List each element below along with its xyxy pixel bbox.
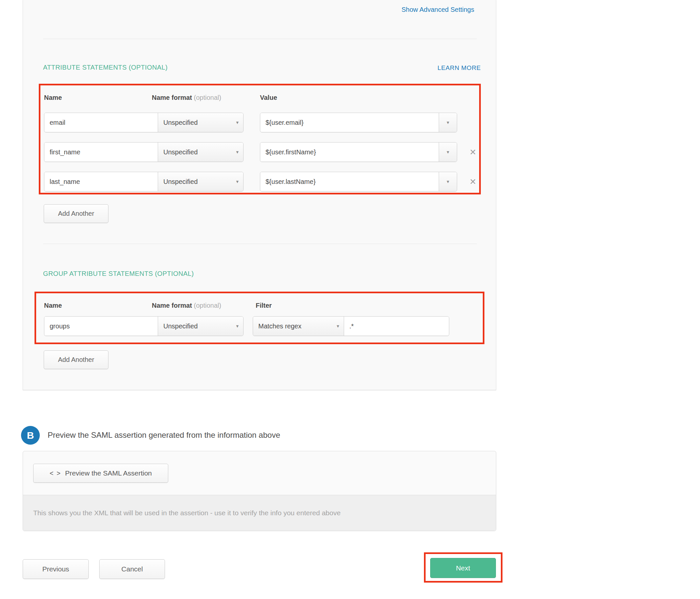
name-format-select[interactable]: Unspecified ▾ bbox=[158, 142, 243, 162]
name-format-select[interactable]: Unspecified ▾ bbox=[158, 113, 243, 132]
saml-settings-panel: Show Advanced Settings ATTRIBUTE STATEME… bbox=[23, 0, 496, 390]
attribute-value-input[interactable] bbox=[260, 172, 439, 191]
attribute-name-input[interactable] bbox=[44, 172, 158, 191]
value-group: ▾ bbox=[260, 113, 457, 132]
chevron-down-icon: ▾ bbox=[447, 120, 449, 126]
name-format-value: Unspecified bbox=[163, 119, 198, 126]
chevron-down-icon: ▾ bbox=[336, 323, 339, 329]
attribute-value-input[interactable] bbox=[260, 113, 439, 132]
group-name-input[interactable] bbox=[44, 317, 158, 336]
filter-group: Matches regex ▾ bbox=[253, 316, 449, 336]
value-dropdown-button[interactable]: ▾ bbox=[439, 172, 457, 191]
add-another-attribute-button[interactable]: Add Another bbox=[44, 204, 108, 223]
divider bbox=[43, 39, 477, 39]
close-icon: ✕ bbox=[470, 148, 477, 157]
show-advanced-settings-link[interactable]: Show Advanced Settings bbox=[402, 6, 474, 14]
attribute-row: Unspecified ▾ ▾ ✕ bbox=[44, 172, 484, 191]
attribute-name-input[interactable] bbox=[44, 142, 158, 162]
remove-row-button[interactable]: ✕ bbox=[466, 172, 480, 191]
name-format-value: Unspecified bbox=[163, 149, 198, 156]
chevron-down-icon: ▾ bbox=[236, 149, 239, 155]
close-icon: ✕ bbox=[470, 177, 477, 186]
chevron-down-icon: ▾ bbox=[447, 149, 449, 155]
preview-help-area: This shows you the XML that will be used… bbox=[23, 495, 496, 531]
name-format-select[interactable]: Unspecified ▾ bbox=[158, 317, 243, 336]
attribute-name-input[interactable] bbox=[44, 113, 158, 132]
learn-more-link[interactable]: LEARN MORE bbox=[438, 64, 481, 72]
name-format-value: Unspecified bbox=[163, 178, 198, 186]
preview-button-label: Preview the SAML Assertion bbox=[65, 469, 152, 477]
value-group: ▾ bbox=[260, 142, 457, 162]
column-header-name: Name bbox=[44, 302, 62, 309]
name-and-format-group: Unspecified ▾ bbox=[44, 142, 244, 162]
filter-value-input[interactable] bbox=[344, 317, 449, 336]
step-b-title: Preview the SAML assertion generated fro… bbox=[48, 431, 280, 440]
column-header-name-format: Name format (optional) bbox=[152, 94, 221, 102]
code-brackets-icon: < > bbox=[50, 470, 61, 477]
name-and-format-group: Unspecified ▾ bbox=[44, 113, 244, 132]
name-and-format-group: Unspecified ▾ bbox=[44, 316, 244, 336]
name-and-format-group: Unspecified ▾ bbox=[44, 172, 244, 191]
name-format-value: Unspecified bbox=[163, 322, 198, 330]
preview-panel: < > Preview the SAML Assertion This show… bbox=[23, 451, 496, 531]
previous-button[interactable]: Previous bbox=[23, 559, 89, 579]
chevron-down-icon: ▾ bbox=[236, 179, 239, 185]
column-header-name-format: Name format (optional) bbox=[152, 302, 221, 309]
chevron-down-icon: ▾ bbox=[236, 323, 239, 329]
attribute-statements-title: ATTRIBUTE STATEMENTS (OPTIONAL) bbox=[43, 64, 168, 71]
chevron-down-icon: ▾ bbox=[236, 120, 239, 126]
chevron-down-icon: ▾ bbox=[447, 179, 449, 185]
group-attribute-statements-title: GROUP ATTRIBUTE STATEMENTS (OPTIONAL) bbox=[43, 270, 194, 278]
divider bbox=[43, 244, 477, 244]
next-button[interactable]: Next bbox=[430, 558, 496, 578]
attribute-value-input[interactable] bbox=[260, 142, 439, 162]
filter-type-select[interactable]: Matches regex ▾ bbox=[253, 317, 344, 336]
preview-help-text: This shows you the XML that will be used… bbox=[33, 509, 341, 517]
column-header-name: Name bbox=[44, 94, 62, 102]
value-dropdown-button[interactable]: ▾ bbox=[439, 142, 457, 162]
attribute-row: Unspecified ▾ ▾ bbox=[44, 113, 484, 132]
attribute-row: Unspecified ▾ ▾ ✕ bbox=[44, 142, 484, 162]
value-group: ▾ bbox=[260, 172, 457, 191]
remove-row-button[interactable]: ✕ bbox=[466, 142, 480, 162]
preview-saml-assertion-button[interactable]: < > Preview the SAML Assertion bbox=[33, 464, 168, 483]
column-header-filter: Filter bbox=[256, 302, 272, 309]
cancel-button[interactable]: Cancel bbox=[99, 559, 165, 579]
value-dropdown-button[interactable]: ▾ bbox=[439, 113, 457, 132]
step-b-badge: B bbox=[21, 426, 40, 445]
group-attribute-row: Unspecified ▾ Matches regex ▾ bbox=[44, 316, 484, 336]
column-header-value: Value bbox=[260, 94, 277, 102]
filter-type-value: Matches regex bbox=[258, 322, 301, 330]
name-format-select[interactable]: Unspecified ▾ bbox=[158, 172, 243, 191]
add-another-group-attribute-button[interactable]: Add Another bbox=[44, 350, 108, 369]
